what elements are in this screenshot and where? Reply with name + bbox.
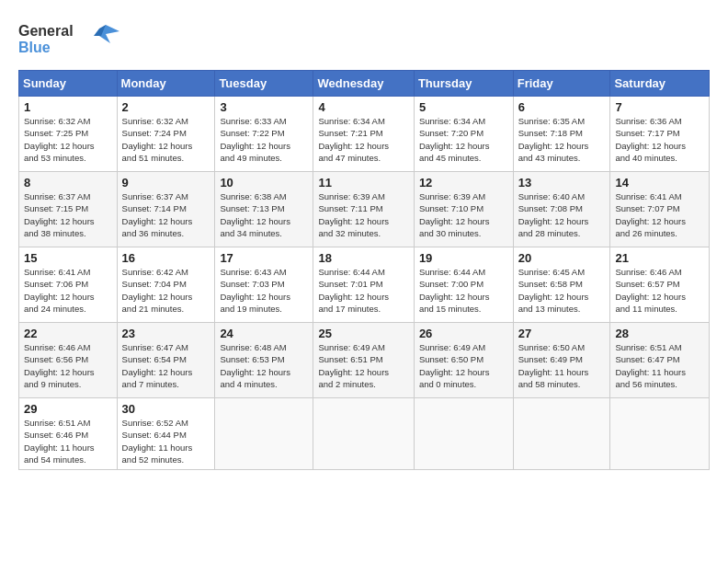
calendar-cell: 5Sunrise: 6:34 AMSunset: 7:20 PMDaylight… bbox=[414, 97, 513, 172]
day-number: 14 bbox=[615, 176, 704, 190]
calendar-cell: 27Sunrise: 6:50 AMSunset: 6:49 PMDayligh… bbox=[513, 323, 610, 398]
calendar-cell: 2Sunrise: 6:32 AMSunset: 7:24 PMDaylight… bbox=[117, 97, 215, 172]
day-info: Sunrise: 6:43 AMSunset: 7:03 PMDaylight:… bbox=[220, 266, 308, 315]
day-number: 18 bbox=[318, 251, 408, 265]
week-row-1: 1Sunrise: 6:32 AMSunset: 7:25 PMDaylight… bbox=[19, 97, 710, 172]
calendar-cell: 25Sunrise: 6:49 AMSunset: 6:51 PMDayligh… bbox=[313, 323, 414, 398]
day-number: 25 bbox=[318, 327, 408, 340]
day-info: Sunrise: 6:42 AMSunset: 7:04 PMDaylight:… bbox=[122, 266, 210, 315]
calendar-table: SundayMondayTuesdayWednesdayThursdayFrid… bbox=[18, 70, 710, 470]
calendar-cell: 1Sunrise: 6:32 AMSunset: 7:25 PMDaylight… bbox=[19, 97, 118, 172]
header-day-friday: Friday bbox=[513, 71, 610, 97]
day-number: 1 bbox=[24, 100, 112, 114]
day-number: 22 bbox=[24, 327, 112, 340]
day-number: 7 bbox=[615, 100, 704, 114]
day-info: Sunrise: 6:49 AMSunset: 6:50 PMDaylight:… bbox=[419, 341, 508, 390]
calendar-cell bbox=[313, 398, 414, 470]
day-number: 21 bbox=[615, 251, 704, 265]
day-number: 28 bbox=[615, 327, 704, 340]
calendar-cell: 23Sunrise: 6:47 AMSunset: 6:54 PMDayligh… bbox=[117, 323, 215, 398]
day-info: Sunrise: 6:45 AMSunset: 6:58 PMDaylight:… bbox=[518, 266, 606, 315]
day-number: 24 bbox=[220, 327, 308, 340]
week-row-2: 8Sunrise: 6:37 AMSunset: 7:15 PMDaylight… bbox=[19, 172, 710, 247]
header-day-tuesday: Tuesday bbox=[215, 71, 313, 97]
calendar-cell: 12Sunrise: 6:39 AMSunset: 7:10 PMDayligh… bbox=[414, 172, 513, 247]
day-info: Sunrise: 6:32 AMSunset: 7:24 PMDaylight:… bbox=[122, 115, 210, 164]
calendar-cell bbox=[513, 398, 610, 470]
header-row: SundayMondayTuesdayWednesdayThursdayFrid… bbox=[19, 71, 710, 97]
calendar-cell: 17Sunrise: 6:43 AMSunset: 7:03 PMDayligh… bbox=[215, 247, 313, 323]
day-info: Sunrise: 6:46 AMSunset: 6:57 PMDaylight:… bbox=[615, 266, 704, 315]
day-number: 9 bbox=[122, 176, 210, 190]
day-info: Sunrise: 6:44 AMSunset: 7:00 PMDaylight:… bbox=[419, 266, 508, 315]
header-day-saturday: Saturday bbox=[610, 71, 710, 97]
day-info: Sunrise: 6:40 AMSunset: 7:08 PMDaylight:… bbox=[518, 190, 606, 239]
day-info: Sunrise: 6:47 AMSunset: 6:54 PMDaylight:… bbox=[122, 341, 210, 390]
calendar-cell: 19Sunrise: 6:44 AMSunset: 7:00 PMDayligh… bbox=[414, 247, 513, 323]
day-number: 17 bbox=[220, 251, 308, 265]
logo-text-block: General Blue bbox=[18, 17, 119, 63]
calendar-cell bbox=[414, 398, 513, 470]
calendar-cell bbox=[215, 398, 313, 470]
calendar-cell: 24Sunrise: 6:48 AMSunset: 6:53 PMDayligh… bbox=[215, 323, 313, 398]
day-info: Sunrise: 6:44 AMSunset: 7:01 PMDaylight:… bbox=[318, 266, 408, 315]
day-number: 30 bbox=[122, 402, 210, 416]
day-info: Sunrise: 6:36 AMSunset: 7:17 PMDaylight:… bbox=[615, 115, 704, 164]
day-number: 20 bbox=[518, 251, 606, 265]
calendar-cell: 16Sunrise: 6:42 AMSunset: 7:04 PMDayligh… bbox=[117, 247, 215, 323]
calendar-cell: 6Sunrise: 6:35 AMSunset: 7:18 PMDaylight… bbox=[513, 97, 610, 172]
header-day-monday: Monday bbox=[117, 71, 215, 97]
calendar-cell: 22Sunrise: 6:46 AMSunset: 6:56 PMDayligh… bbox=[19, 323, 118, 398]
day-info: Sunrise: 6:32 AMSunset: 7:25 PMDaylight:… bbox=[24, 115, 112, 164]
day-info: Sunrise: 6:52 AMSunset: 6:44 PMDaylight:… bbox=[122, 417, 210, 465]
day-info: Sunrise: 6:34 AMSunset: 7:21 PMDaylight:… bbox=[318, 115, 408, 164]
logo-svg: General Blue bbox=[18, 17, 119, 59]
day-number: 13 bbox=[518, 176, 606, 190]
header-day-wednesday: Wednesday bbox=[313, 71, 414, 97]
day-info: Sunrise: 6:33 AMSunset: 7:22 PMDaylight:… bbox=[220, 115, 308, 164]
day-number: 8 bbox=[24, 176, 112, 190]
day-number: 27 bbox=[518, 327, 606, 340]
week-row-3: 15Sunrise: 6:41 AMSunset: 7:06 PMDayligh… bbox=[19, 247, 710, 323]
calendar-cell: 14Sunrise: 6:41 AMSunset: 7:07 PMDayligh… bbox=[610, 172, 710, 247]
calendar-page: General Blue SundayMondayTuesdayWednesda… bbox=[0, 0, 728, 563]
day-number: 26 bbox=[419, 327, 508, 340]
week-row-5: 29Sunrise: 6:51 AMSunset: 6:46 PMDayligh… bbox=[19, 398, 710, 470]
day-info: Sunrise: 6:41 AMSunset: 7:07 PMDaylight:… bbox=[615, 190, 704, 239]
day-number: 12 bbox=[419, 176, 508, 190]
calendar-cell: 10Sunrise: 6:38 AMSunset: 7:13 PMDayligh… bbox=[215, 172, 313, 247]
svg-text:General: General bbox=[18, 23, 74, 39]
day-info: Sunrise: 6:34 AMSunset: 7:20 PMDaylight:… bbox=[419, 115, 508, 164]
calendar-cell: 26Sunrise: 6:49 AMSunset: 6:50 PMDayligh… bbox=[414, 323, 513, 398]
calendar-cell: 28Sunrise: 6:51 AMSunset: 6:47 PMDayligh… bbox=[610, 323, 710, 398]
calendar-cell: 8Sunrise: 6:37 AMSunset: 7:15 PMDaylight… bbox=[19, 172, 118, 247]
day-info: Sunrise: 6:35 AMSunset: 7:18 PMDaylight:… bbox=[518, 115, 606, 164]
day-number: 5 bbox=[419, 100, 508, 114]
day-number: 29 bbox=[24, 402, 112, 416]
day-info: Sunrise: 6:49 AMSunset: 6:51 PMDaylight:… bbox=[318, 341, 408, 390]
day-number: 3 bbox=[220, 100, 308, 114]
calendar-cell: 18Sunrise: 6:44 AMSunset: 7:01 PMDayligh… bbox=[313, 247, 414, 323]
svg-text:Blue: Blue bbox=[18, 40, 51, 55]
day-number: 10 bbox=[220, 176, 308, 190]
day-number: 11 bbox=[318, 176, 408, 190]
day-info: Sunrise: 6:48 AMSunset: 6:53 PMDaylight:… bbox=[220, 341, 308, 390]
calendar-cell: 4Sunrise: 6:34 AMSunset: 7:21 PMDaylight… bbox=[313, 97, 414, 172]
calendar-cell: 13Sunrise: 6:40 AMSunset: 7:08 PMDayligh… bbox=[513, 172, 610, 247]
calendar-cell: 21Sunrise: 6:46 AMSunset: 6:57 PMDayligh… bbox=[610, 247, 710, 323]
calendar-cell: 30Sunrise: 6:52 AMSunset: 6:44 PMDayligh… bbox=[117, 398, 215, 470]
calendar-cell: 9Sunrise: 6:37 AMSunset: 7:14 PMDaylight… bbox=[117, 172, 215, 247]
day-number: 4 bbox=[318, 100, 408, 114]
day-info: Sunrise: 6:37 AMSunset: 7:15 PMDaylight:… bbox=[24, 190, 112, 239]
day-info: Sunrise: 6:51 AMSunset: 6:47 PMDaylight:… bbox=[615, 341, 704, 390]
header-day-thursday: Thursday bbox=[414, 71, 513, 97]
day-info: Sunrise: 6:38 AMSunset: 7:13 PMDaylight:… bbox=[220, 190, 308, 239]
header-day-sunday: Sunday bbox=[19, 71, 118, 97]
day-info: Sunrise: 6:41 AMSunset: 7:06 PMDaylight:… bbox=[24, 266, 112, 315]
calendar-cell: 20Sunrise: 6:45 AMSunset: 6:58 PMDayligh… bbox=[513, 247, 610, 323]
day-info: Sunrise: 6:37 AMSunset: 7:14 PMDaylight:… bbox=[122, 190, 210, 239]
day-number: 16 bbox=[122, 251, 210, 265]
day-info: Sunrise: 6:39 AMSunset: 7:11 PMDaylight:… bbox=[318, 190, 408, 239]
day-number: 2 bbox=[122, 100, 210, 114]
day-number: 19 bbox=[419, 251, 508, 265]
